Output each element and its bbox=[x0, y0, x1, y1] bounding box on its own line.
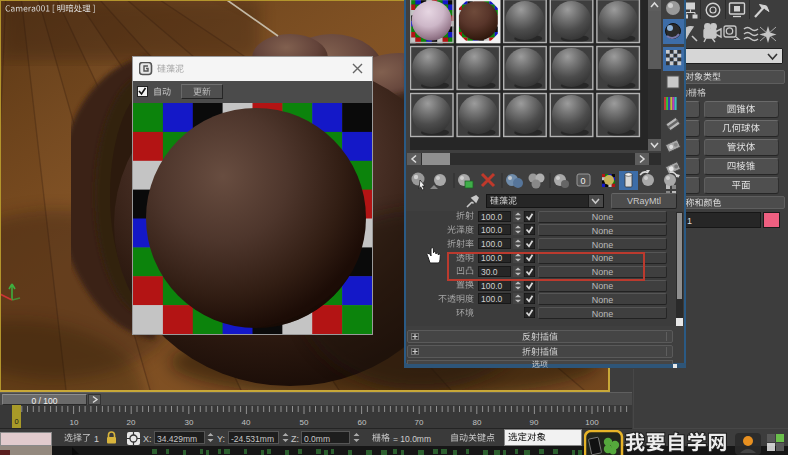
svg-text:60: 60 bbox=[358, 418, 367, 427]
svg-text:40: 40 bbox=[242, 418, 251, 427]
svg-text:10: 10 bbox=[70, 418, 79, 427]
svg-text:80: 80 bbox=[473, 418, 482, 427]
svg-text:20: 20 bbox=[127, 418, 136, 427]
svg-text:0: 0 bbox=[580, 176, 585, 186]
svg-text:50: 50 bbox=[300, 418, 309, 427]
svg-text:30: 30 bbox=[185, 418, 194, 427]
svg-text:70: 70 bbox=[415, 418, 424, 427]
svg-text:100: 100 bbox=[585, 418, 599, 427]
svg-text:90: 90 bbox=[530, 418, 539, 427]
